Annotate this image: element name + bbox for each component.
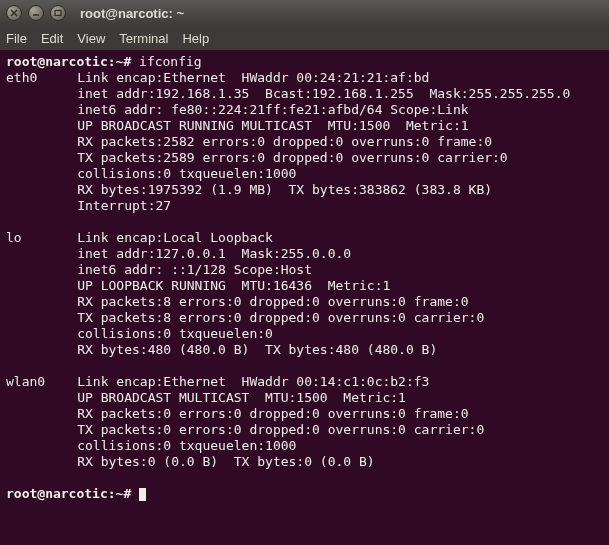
output-text: collisions:0 txqueuelen:1000 <box>77 166 304 181</box>
output-line: UP LOOPBACK RUNNING MTU:16436 Metric:1 <box>6 278 603 294</box>
output-line: RX packets:8 errors:0 dropped:0 overruns… <box>6 294 603 310</box>
prompt-line: root@narcotic:~# <box>6 486 603 502</box>
cursor <box>139 488 146 501</box>
output-text: Link encap:Local Loopback <box>77 230 288 245</box>
command: ifconfig <box>139 54 202 69</box>
output-line: UP BROADCAST MULTICAST MTU:1500 Metric:1 <box>6 390 603 406</box>
output-line: UP BROADCAST RUNNING MULTICAST MTU:1500 … <box>6 118 603 134</box>
output-line: inet6 addr: ::1/128 Scope:Host <box>6 262 603 278</box>
output-line: RX bytes:480 (480.0 B) TX bytes:480 (480… <box>6 342 603 358</box>
window-title: root@narcotic: ~ <box>80 6 184 21</box>
output-line: RX packets:0 errors:0 dropped:0 overruns… <box>6 406 603 422</box>
output-text: UP BROADCAST MULTICAST MTU:1500 Metric:1 <box>77 390 406 405</box>
output-text: RX packets:2582 errors:0 dropped:0 overr… <box>77 134 492 149</box>
close-icon <box>10 9 18 17</box>
maximize-icon <box>54 9 62 17</box>
output-text: inet addr:192.168.1.35 Bcast:192.168.1.2… <box>77 86 570 101</box>
output-text: UP LOOPBACK RUNNING MTU:16436 Metric:1 <box>77 278 390 293</box>
output-text: collisions:0 txqueuelen:1000 <box>77 438 304 453</box>
output-line: eth0Link encap:Ethernet HWaddr 00:24:21:… <box>6 70 603 86</box>
titlebar: root@narcotic: ~ <box>0 0 609 26</box>
output-line: collisions:0 txqueuelen:1000 <box>6 438 603 454</box>
close-button[interactable] <box>6 5 22 21</box>
output-text: RX packets:0 errors:0 dropped:0 overruns… <box>77 406 468 421</box>
output-text: Link encap:Ethernet HWaddr 00:14:c1:0c:b… <box>77 374 445 389</box>
output-text: inet6 addr: fe80::224:21ff:fe21:afbd/64 … <box>77 102 468 117</box>
prompt: root@narcotic:~# <box>6 54 139 69</box>
prompt: root@narcotic:~# <box>6 486 139 501</box>
output-line: loLink encap:Local Loopback <box>6 230 603 246</box>
output-line: wlan0Link encap:Ethernet HWaddr 00:14:c1… <box>6 374 603 390</box>
command-line: root@narcotic:~# ifconfig <box>6 54 603 70</box>
output-text: Interrupt:27 <box>77 198 179 213</box>
menubar: File Edit View Terminal Help <box>0 26 609 50</box>
output-text: TX packets:8 errors:0 dropped:0 overruns… <box>77 310 484 325</box>
interface-name: eth0 <box>6 70 77 86</box>
output-line: RX bytes:1975392 (1.9 MB) TX bytes:38386… <box>6 182 603 198</box>
output-text: Link encap:Ethernet HWaddr 00:24:21:21:a… <box>77 70 445 85</box>
output-text: TX packets:2589 errors:0 dropped:0 overr… <box>77 150 507 165</box>
output-text: inet6 addr: ::1/128 Scope:Host <box>77 262 312 277</box>
blank-line <box>6 470 603 486</box>
menu-file[interactable]: File <box>6 31 27 46</box>
interface-block: wlan0Link encap:Ethernet HWaddr 00:14:c1… <box>6 374 603 486</box>
minimize-button[interactable] <box>28 5 44 21</box>
svg-rect-0 <box>55 11 61 16</box>
menu-edit[interactable]: Edit <box>41 31 63 46</box>
output-text: collisions:0 txqueuelen:0 <box>77 326 281 341</box>
menu-help[interactable]: Help <box>182 31 209 46</box>
output-line: inet6 addr: fe80::224:21ff:fe21:afbd/64 … <box>6 102 603 118</box>
output-text: inet addr:127.0.0.1 Mask:255.0.0.0 <box>77 246 351 261</box>
output-text: RX bytes:480 (480.0 B) TX bytes:480 (480… <box>77 342 437 357</box>
terminal-area[interactable]: root@narcotic:~# ifconfigeth0Link encap:… <box>0 50 609 545</box>
minimize-icon <box>32 9 40 17</box>
output-text: RX bytes:1975392 (1.9 MB) TX bytes:38386… <box>77 182 492 197</box>
maximize-button[interactable] <box>50 5 66 21</box>
output-line: inet addr:127.0.0.1 Mask:255.0.0.0 <box>6 246 603 262</box>
output-text: RX packets:8 errors:0 dropped:0 overruns… <box>77 294 468 309</box>
interface-name: lo <box>6 230 77 246</box>
output-text: UP BROADCAST RUNNING MULTICAST MTU:1500 … <box>77 118 468 133</box>
menu-terminal[interactable]: Terminal <box>119 31 168 46</box>
interface-name: wlan0 <box>6 374 77 390</box>
output-line: RX packets:2582 errors:0 dropped:0 overr… <box>6 134 603 150</box>
output-line: TX packets:0 errors:0 dropped:0 overruns… <box>6 422 603 438</box>
interface-block: loLink encap:Local Loopback inet addr:12… <box>6 230 603 374</box>
output-text: RX bytes:0 (0.0 B) TX bytes:0 (0.0 B) <box>77 454 374 469</box>
output-text: TX packets:0 errors:0 dropped:0 overruns… <box>77 422 484 437</box>
output-line: collisions:0 txqueuelen:1000 <box>6 166 603 182</box>
output-line: RX bytes:0 (0.0 B) TX bytes:0 (0.0 B) <box>6 454 603 470</box>
output-line: collisions:0 txqueuelen:0 <box>6 326 603 342</box>
output-line: inet addr:192.168.1.35 Bcast:192.168.1.2… <box>6 86 603 102</box>
output-line: Interrupt:27 <box>6 198 603 214</box>
blank-line <box>6 358 603 374</box>
blank-line <box>6 214 603 230</box>
output-line: TX packets:2589 errors:0 dropped:0 overr… <box>6 150 603 166</box>
menu-view[interactable]: View <box>77 31 105 46</box>
interface-block: eth0Link encap:Ethernet HWaddr 00:24:21:… <box>6 70 603 230</box>
output-line: TX packets:8 errors:0 dropped:0 overruns… <box>6 310 603 326</box>
